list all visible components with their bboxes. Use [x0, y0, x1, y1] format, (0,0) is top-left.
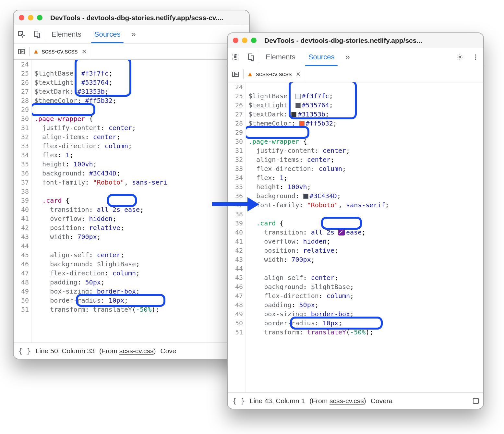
navigator-toggle-icon[interactable] — [14, 43, 29, 59]
highlight-ease — [107, 194, 137, 207]
color-swatch-icon[interactable] — [295, 94, 301, 99]
svg-point-8 — [475, 56, 476, 58]
minimize-window-icon[interactable] — [28, 15, 33, 20]
close-file-icon[interactable]: ✕ — [296, 71, 301, 78]
highlight-selector — [32, 103, 95, 116]
cursor-position: Line 50, Column 33 — [36, 347, 95, 355]
svg-point-6 — [459, 56, 461, 58]
inspect-element-icon[interactable] — [14, 25, 29, 43]
tab-elements[interactable]: Elements — [45, 25, 88, 43]
file-tab-scss[interactable]: ▲ scss-cv.scss ✕ — [30, 43, 90, 59]
source-from: (From scss-cv.css) — [309, 397, 366, 405]
comparison-arrow-icon — [212, 200, 259, 207]
status-bar: { } Line 43, Column 1 (From scss-cv.css)… — [228, 392, 483, 409]
file-tab-label: scss-cv.scss — [42, 48, 78, 55]
tab-elements[interactable]: Elements — [259, 48, 302, 66]
device-toolbar-icon[interactable] — [243, 48, 259, 66]
code-editor[interactable]: 2425262728293031323334353637383940414243… — [228, 82, 483, 392]
main-toolbar: Elements Sources » — [228, 48, 483, 66]
coverage-label: Covera — [371, 397, 393, 405]
devtools-window-left: DevTools - devtools-dbg-stories.netlify.… — [13, 10, 250, 359]
source-from: (From scss-cv.css) — [99, 347, 156, 355]
close-window-icon[interactable] — [233, 38, 238, 43]
code-content[interactable]: $lightBase: #f3f7fc; $textLight: #535764… — [246, 82, 483, 392]
more-tabs-icon[interactable]: » — [341, 48, 354, 66]
color-swatch-icon[interactable] — [291, 112, 296, 117]
minimize-window-icon[interactable] — [242, 38, 247, 43]
color-swatch-icon[interactable] — [303, 194, 308, 199]
file-tabs-bar: ▲ scss-cv.scss ✕ — [228, 66, 483, 82]
color-swatch-icon[interactable] — [295, 103, 301, 108]
inspect-element-icon[interactable] — [228, 48, 243, 66]
more-tabs-icon[interactable]: » — [127, 25, 140, 43]
tab-sources[interactable]: Sources — [88, 25, 127, 43]
tab-sources[interactable]: Sources — [302, 48, 341, 66]
file-tab-label: scss-cv.scss — [256, 70, 292, 78]
svg-rect-1 — [34, 31, 38, 37]
format-icon[interactable]: { } — [232, 397, 245, 405]
close-file-icon[interactable]: ✕ — [82, 48, 87, 55]
traffic-lights — [233, 38, 257, 43]
cursor-position: Line 43, Column 1 — [250, 397, 305, 405]
devtools-window-right: DevTools - devtools-dbg-stories.netlify.… — [227, 32, 484, 409]
svg-rect-4 — [248, 54, 252, 59]
bezier-editor-icon[interactable] — [338, 229, 345, 235]
highlight-selector — [246, 126, 309, 139]
color-swatch-icon[interactable] — [299, 121, 305, 126]
window-title: DevTools - devtools-dbg-stories.netlify.… — [264, 37, 422, 44]
format-icon[interactable]: { } — [18, 347, 31, 355]
highlight-ease — [321, 217, 362, 230]
traffic-lights — [19, 15, 42, 20]
titlebar[interactable]: DevTools - devtools-dbg-stories.netlify.… — [14, 10, 249, 25]
svg-point-9 — [475, 58, 476, 60]
drawer-toggle-icon[interactable] — [473, 398, 479, 404]
file-tabs-bar: ▲ scss-cv.scss ✕ — [14, 43, 249, 60]
close-window-icon[interactable] — [19, 15, 24, 20]
main-toolbar: Elements Sources » — [14, 25, 249, 43]
file-tab-scss[interactable]: ▲ scss-cv.scss ✕ — [244, 66, 304, 82]
svg-point-7 — [475, 54, 476, 55]
status-bar: { } Line 50, Column 33 (From scss-cv.css… — [14, 343, 249, 359]
warning-icon: ▲ — [33, 48, 39, 55]
zoom-window-icon[interactable] — [37, 15, 42, 20]
line-gutter: 2425262728293031323334353637383940414243… — [14, 60, 32, 343]
line-gutter: 2425262728293031323334353637383940414243… — [228, 82, 246, 392]
device-toolbar-icon[interactable] — [29, 25, 45, 43]
settings-icon[interactable] — [452, 48, 468, 66]
warning-icon: ▲ — [247, 70, 253, 78]
titlebar[interactable]: DevTools - devtools-dbg-stories.netlify.… — [228, 33, 483, 48]
coverage-label: Cove — [160, 347, 176, 355]
zoom-window-icon[interactable] — [251, 38, 257, 43]
kebab-menu-icon[interactable] — [468, 48, 483, 66]
window-title: DevTools - devtools-dbg-stories.netlify.… — [50, 14, 223, 22]
navigator-toggle-icon[interactable] — [228, 66, 243, 82]
